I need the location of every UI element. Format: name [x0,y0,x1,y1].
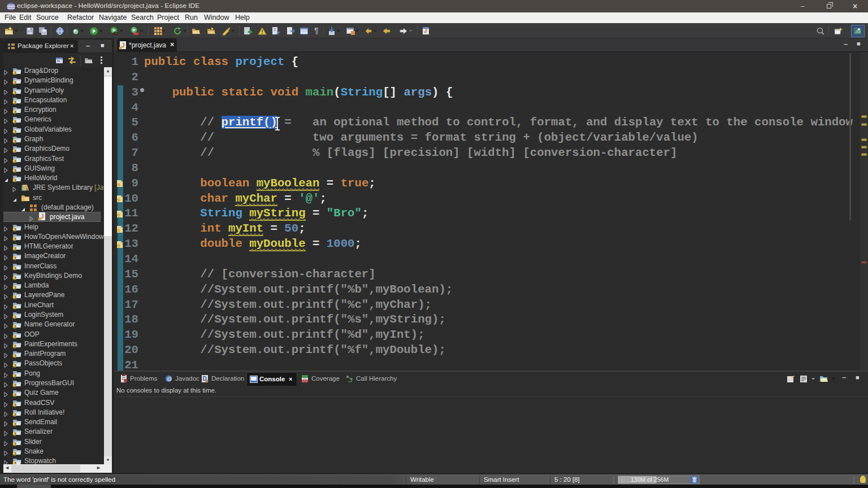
svg-text:J: J [14,315,16,319]
svg-text:J: J [14,81,16,85]
svg-text:J: J [14,120,16,124]
svg-text:J: J [14,237,16,241]
svg-text:J: J [14,442,16,446]
svg-text:J: J [14,344,16,348]
svg-text:J: J [14,168,16,172]
svg-text:J: J [14,266,16,270]
svg-text:J: J [14,247,16,251]
svg-text:J: J [14,325,16,329]
svg-text:J: J [14,227,16,231]
svg-text:J: J [14,432,16,436]
svg-text:J: J [14,295,16,299]
svg-text:J: J [14,140,16,143]
svg-text:J: J [14,159,16,163]
svg-text:J: J [14,364,16,368]
svg-text:J: J [14,110,16,114]
svg-text:J: J [14,178,16,182]
svg-text:J: J [14,256,16,260]
svg-text:J: J [14,384,16,387]
svg-text:J: J [14,373,16,377]
svg-text:J: J [14,276,16,280]
svg-text:J: J [14,100,16,104]
svg-text:J: J [14,412,16,416]
svg-text:J: J [14,286,16,290]
svg-text:J: J [14,451,16,455]
svg-text:J: J [14,354,16,358]
svg-text:J: J [14,90,16,94]
svg-text:J: J [14,334,16,338]
svg-text:J: J [14,403,16,407]
svg-text:J: J [14,393,16,397]
svg-text:@: @ [167,376,172,382]
svg-text:J: J [14,422,16,426]
svg-text:J: J [14,71,16,75]
svg-text:J: J [14,129,16,133]
svg-text:J: J [14,305,16,309]
svg-text:J: J [14,149,16,153]
